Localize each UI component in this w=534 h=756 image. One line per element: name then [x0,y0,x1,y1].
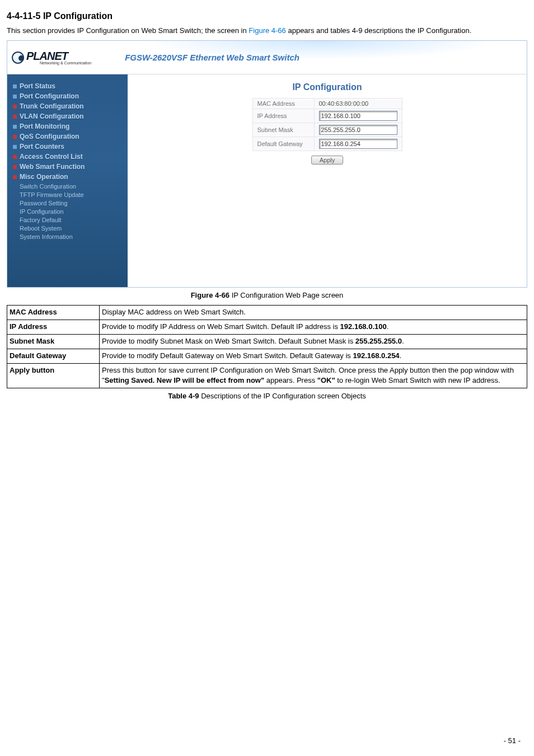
intro-paragraph: This section provides IP Configuration o… [7,26,527,36]
bullet-icon [13,135,17,139]
desc-cell: Press this button for save current IP Co… [100,363,527,388]
mask-label: Subnet Mask [252,123,314,137]
desc-cell: Provide to modify IP Address on Web Smar… [100,320,527,335]
nav-label: QoS Configuration [20,133,79,140]
nav-port-monitoring[interactable]: Port Monitoring [13,123,124,130]
obj-cell: Apply button [7,363,100,388]
obj-cell: IP Address [7,320,100,335]
subnav-factory-default[interactable]: Factory Default [20,217,124,223]
table-caption-num: Table 4-9 [168,392,199,400]
nav-trunk-config[interactable]: Trunk Configuration [13,102,124,110]
obj-cell: Subnet Mask [7,334,100,349]
nav-acl[interactable]: Access Control List [13,153,124,161]
desc-cell: Display MAC address on Web Smart Switch. [100,306,527,320]
bullet-icon [13,145,17,149]
content-pane: IP Configuration MAC Address 00:40:63:80… [128,74,527,287]
mask-input[interactable] [319,125,397,135]
table-caption-text: Descriptions of the IP Configuration scr… [199,392,366,400]
desc-value: "OK" [317,376,335,384]
nav-label: Trunk Configuration [20,102,84,110]
bullet-icon [13,95,17,98]
bullet-icon [13,155,17,159]
subnav-switch-config[interactable]: Switch Configuration [20,183,124,190]
obj-cell: MAC Address [7,306,100,320]
desc-text: Provide to modify Subnet Mask on Web Sma… [102,337,355,345]
gw-label: Default Gateway [252,137,314,151]
desc-text: appears. Press [264,376,317,384]
logo-subtext: Networking & Communication [40,61,91,65]
intro-post: appears and tables 4-9 descriptions the … [286,26,471,35]
bullet-icon [13,105,17,109]
desc-value: 192.168.0.100 [340,322,387,331]
figure-link: Figure 4-66 [249,26,285,35]
bullet-icon [13,175,17,179]
apply-button[interactable]: Apply [311,156,344,165]
desc-text: to re-login Web Smart Switch with new IP… [335,376,500,384]
obj-cell: Default Gateway [7,349,100,363]
subnav-ip-config[interactable]: IP Configuration [20,208,124,215]
table-row: MAC Address Display MAC address on Web S… [7,306,527,320]
nav-label: Port Status [20,82,55,90]
desc-cell: Provide to modify Default Gateway on Web… [100,349,527,363]
desc-text: Provide to modify IP Address on Web Smar… [102,322,340,331]
section-heading: 4-4-11-5 IP Configuration [7,11,527,21]
desc-cell: Provide to modify Subnet Mask on Web Sma… [100,334,527,349]
ip-input[interactable] [319,111,397,121]
intro-pre: This section provides IP Configuration o… [7,26,249,35]
nav-misc-operation[interactable]: Misc Operation [13,173,124,181]
sidebar: Port Status Port Configuration Trunk Con… [7,74,128,287]
table-row: Apply button Press this button for save … [7,363,527,388]
desc-text: . [400,351,402,360]
table-caption: Table 4-9 Descriptions of the IP Configu… [7,392,527,400]
subnav: Switch Configuration TFTP Firmware Updat… [20,183,124,240]
subnav-password[interactable]: Password Setting [20,200,124,206]
screenshot-body: Port Status Port Configuration Trunk Con… [7,74,527,287]
bullet-icon [13,165,17,169]
nav-port-counters[interactable]: Port Counters [13,143,124,151]
nav-label: Port Configuration [20,92,79,100]
mac-value: 00:40:63:80:00:00 [314,98,402,109]
gw-input[interactable] [319,139,397,149]
ip-config-table: MAC Address 00:40:63:80:00:00 IP Address… [252,98,402,151]
pane-title: IP Configuration [292,82,362,92]
table-row: Subnet Mask Provide to modify Subnet Mas… [7,334,527,349]
description-table: MAC Address Display MAC address on Web S… [7,305,527,388]
screenshot-container: PLANET Networking & Communication FGSW-2… [7,40,527,288]
logo-icon [12,51,24,64]
brand-logo: PLANET Networking & Communication [12,50,91,65]
ip-label: IP Address [252,109,314,123]
bullet-icon [13,115,17,119]
bullet-icon [13,84,17,88]
desc-value: 255.255.255.0 [355,337,402,345]
desc-value: Setting Saved. New IP will be effect fro… [105,376,264,384]
nav-label: Port Counters [20,143,64,151]
table-row: Default Gateway Provide to modify Defaul… [7,349,527,363]
table-row: IP Address Provide to modify IP Address … [7,320,527,335]
nav-label: VLAN Configuration [20,112,84,120]
nav-vlan-config[interactable]: VLAN Configuration [13,112,124,120]
desc-text: . [387,322,389,331]
nav-web-smart[interactable]: Web Smart Function [13,163,124,171]
subnav-system-info[interactable]: System Information [20,233,124,240]
subnav-tftp[interactable]: TFTP Firmware Update [20,191,124,198]
mac-label: MAC Address [252,98,314,109]
desc-text: Provide to modify Default Gateway on Web… [102,351,353,360]
screenshot-header: PLANET Networking & Communication FGSW-2… [7,41,527,74]
nav-port-status[interactable]: Port Status [13,82,124,90]
figure-caption-num: Figure 4-66 [191,291,229,299]
product-title: FGSW-2620VSF Ethernet Web Smart Switch [125,53,299,62]
nav-label: Access Control List [20,153,83,161]
subnav-reboot[interactable]: Reboot System [20,225,124,232]
bullet-icon [13,125,17,129]
nav-port-config[interactable]: Port Configuration [13,92,124,100]
desc-value: 192.168.0.254 [353,351,399,360]
nav-label: Misc Operation [20,173,68,181]
desc-text: . [402,337,404,345]
nav-label: Port Monitoring [20,123,69,130]
nav-qos-config[interactable]: QoS Configuration [13,133,124,140]
nav-label: Web Smart Function [20,163,85,171]
figure-caption-text: IP Configuration Web Page screen [229,291,343,299]
figure-caption: Figure 4-66 IP Configuration Web Page sc… [7,291,527,299]
